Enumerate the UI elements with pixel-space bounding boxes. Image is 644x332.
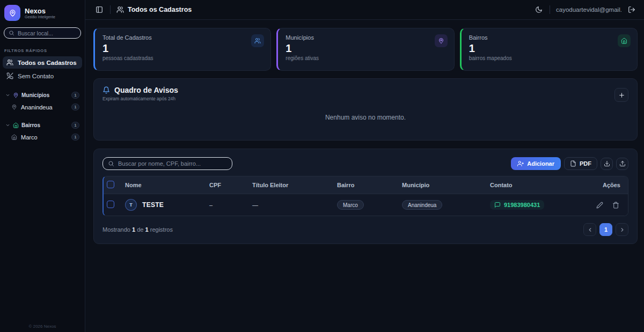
quick-filters-label: FILTROS RÁPIDOS bbox=[0, 39, 85, 56]
records-table: Nome CPF Título Eleitor Bairro Município… bbox=[103, 176, 628, 216]
total-count: 1 bbox=[145, 226, 149, 233]
search-icon bbox=[9, 30, 14, 36]
chevron-down-icon bbox=[5, 123, 10, 128]
stats-row: Total de Cadastros 1 pessoas cadastradas… bbox=[93, 28, 638, 71]
sidebar-item-todos-os-cadastros[interactable]: Todos os Cadastros bbox=[3, 56, 82, 69]
panel-left-icon bbox=[96, 6, 103, 13]
column-header-contato[interactable]: Contato bbox=[487, 176, 576, 194]
table-row: T TESTE – — Marco Ananindeua bbox=[104, 194, 628, 216]
map-pin-icon bbox=[11, 104, 17, 110]
logout-button[interactable] bbox=[627, 5, 636, 14]
column-header-bairro[interactable]: Bairro bbox=[334, 176, 399, 194]
page-number-button[interactable]: 1 bbox=[599, 223, 612, 236]
app-logo: Nexos Gestão Inteligente bbox=[0, 0, 85, 24]
map-pin-icon bbox=[435, 34, 448, 47]
content-area: Total de Cadastros 1 pessoas cadastradas… bbox=[85, 20, 644, 332]
app-name: Nexos bbox=[25, 8, 55, 15]
users-icon bbox=[116, 6, 124, 13]
add-notice-button[interactable] bbox=[614, 88, 628, 102]
pagination: 1 bbox=[583, 223, 628, 236]
chevron-down-icon bbox=[5, 93, 10, 98]
sidebar-search-input[interactable] bbox=[18, 30, 76, 36]
stat-title: Bairros bbox=[469, 34, 630, 41]
municipio-badge: Ananindeua bbox=[402, 200, 442, 210]
notice-board-title: Quadro de Avisos bbox=[114, 86, 178, 94]
column-header-cpf[interactable]: CPF bbox=[206, 176, 249, 194]
stat-title: Total de Cadastros bbox=[103, 34, 263, 41]
sidebar-item-sem-contato[interactable]: Sem Contato bbox=[3, 70, 82, 82]
avatar: T bbox=[125, 199, 137, 211]
stat-subtitle: bairros mapeados bbox=[469, 55, 630, 61]
column-header-nome[interactable]: Nome bbox=[122, 176, 206, 194]
page-title: Todos os Cadastros bbox=[116, 6, 192, 13]
add-record-button[interactable]: Adicionar bbox=[511, 157, 561, 170]
plus-icon bbox=[618, 92, 625, 99]
count-badge: 1 bbox=[71, 134, 79, 141]
row-name: TESTE bbox=[142, 201, 164, 209]
empty-notices-message: Nenhum aviso no momento. bbox=[103, 114, 628, 121]
copyright: © 2026 Nexos bbox=[0, 324, 85, 329]
next-page-button[interactable] bbox=[616, 223, 628, 236]
row-titulo-eleitor: — bbox=[249, 194, 334, 216]
download-button[interactable] bbox=[601, 158, 613, 170]
count-badge: 1 bbox=[71, 104, 79, 110]
sidebar: Nexos Gestão Inteligente FILTROS RÁPIDOS… bbox=[0, 0, 85, 332]
export-pdf-button[interactable]: PDF bbox=[564, 157, 597, 170]
select-all-checkbox[interactable] bbox=[107, 181, 114, 188]
upload-icon bbox=[619, 160, 626, 167]
sidebar-item-label: Todos os Cadastros bbox=[18, 60, 77, 66]
search-icon bbox=[108, 160, 114, 167]
file-text-icon bbox=[570, 160, 576, 167]
stat-title: Municípios bbox=[286, 34, 446, 41]
child-label: Ananindeua bbox=[21, 104, 53, 110]
main-area: Todos os Cadastros cayoduartevidal@gmail… bbox=[85, 0, 644, 332]
stat-subtitle: pessoas cadastradas bbox=[103, 55, 263, 61]
stat-card-total-cadastros: Total de Cadastros 1 pessoas cadastradas bbox=[93, 28, 271, 71]
stat-subtitle: regiões ativas bbox=[286, 55, 446, 61]
page-title-text: Todos os Cadastros bbox=[128, 6, 192, 13]
users-icon bbox=[6, 59, 13, 66]
sidebar-group-municipios[interactable]: Municípios 1 bbox=[3, 90, 82, 100]
sidebar-toggle-button[interactable] bbox=[94, 5, 104, 14]
table-header-row: Nome CPF Título Eleitor Bairro Município… bbox=[104, 176, 628, 194]
notice-board-card: Quadro de Avisos Expiram automaticamente… bbox=[93, 78, 638, 141]
moon-icon bbox=[535, 6, 543, 13]
stat-value: 1 bbox=[286, 42, 446, 54]
users-icon bbox=[251, 34, 264, 47]
edit-row-button[interactable] bbox=[595, 201, 604, 210]
sidebar-group-bairros[interactable]: Bairros 1 bbox=[3, 120, 82, 130]
theme-toggle-button[interactable] bbox=[534, 5, 544, 14]
prev-page-button[interactable] bbox=[583, 223, 596, 236]
contact-number: 91983980431 bbox=[504, 202, 540, 208]
home-icon bbox=[11, 134, 17, 140]
add-record-label: Adicionar bbox=[527, 160, 554, 167]
showing-summary: Mostrando 1 de 1 registros bbox=[103, 226, 173, 233]
top-bar: Todos os Cadastros cayoduartevidal@gmail… bbox=[85, 0, 644, 20]
chevron-right-icon bbox=[619, 227, 625, 233]
row-cpf: – bbox=[206, 194, 249, 216]
row-checkbox[interactable] bbox=[107, 201, 114, 208]
records-toolbar: Adicionar PDF bbox=[103, 157, 628, 170]
stat-value: 1 bbox=[469, 42, 630, 54]
delete-row-button[interactable] bbox=[611, 201, 620, 210]
column-header-municipio[interactable]: Município bbox=[399, 176, 487, 194]
records-footer: Mostrando 1 de 1 registros 1 bbox=[103, 223, 628, 236]
records-search-input[interactable] bbox=[118, 160, 227, 167]
count-badge: 1 bbox=[71, 122, 79, 129]
trash-icon bbox=[612, 202, 619, 209]
export-pdf-label: PDF bbox=[580, 160, 591, 167]
app-tagline: Gestão Inteligente bbox=[25, 15, 55, 19]
message-square-icon bbox=[494, 202, 501, 208]
stat-card-municipios: Municípios 1 regiões ativas bbox=[276, 28, 454, 71]
download-icon bbox=[604, 160, 610, 167]
bell-icon bbox=[103, 86, 110, 94]
column-header-titulo-eleitor[interactable]: Título Eleitor bbox=[249, 176, 334, 194]
child-label: Marco bbox=[21, 134, 38, 141]
upload-button[interactable] bbox=[616, 158, 628, 170]
group-label: Municípios bbox=[21, 92, 49, 98]
phone-off-icon bbox=[6, 72, 13, 79]
stat-card-bairros: Bairros 1 bairros mapeados bbox=[460, 28, 638, 71]
sidebar-item-marco[interactable]: Marco 1 bbox=[3, 131, 82, 143]
contact-link[interactable]: 91983980431 bbox=[490, 200, 544, 210]
sidebar-item-ananindeua[interactable]: Ananindeua 1 bbox=[3, 101, 82, 113]
